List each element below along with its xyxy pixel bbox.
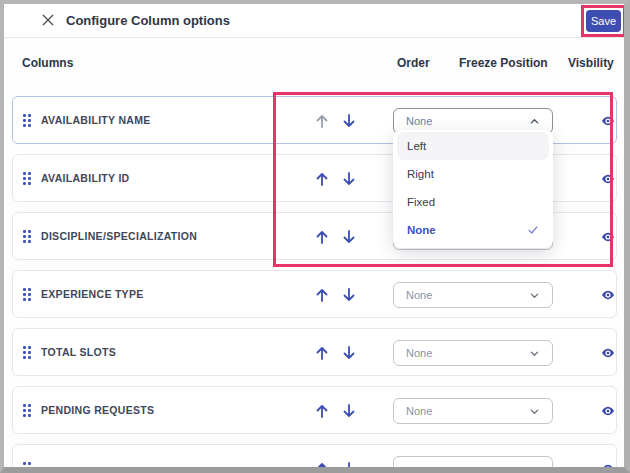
- dropdown-option[interactable]: Left: [397, 132, 549, 160]
- drag-handle-icon[interactable]: [23, 288, 31, 301]
- save-button[interactable]: Save: [586, 10, 621, 32]
- freeze-position-value: None: [406, 289, 432, 301]
- header-order: Order: [397, 56, 430, 70]
- dropdown-option[interactable]: Fixed: [397, 188, 549, 216]
- move-up-button[interactable]: [314, 403, 330, 419]
- header-columns: Columns: [22, 56, 73, 70]
- visibility-eye-icon[interactable]: [601, 404, 615, 418]
- move-down-button[interactable]: [341, 403, 357, 419]
- column-label: EXPERIENCE TYPE: [41, 271, 144, 317]
- drag-handle-icon[interactable]: [23, 114, 31, 127]
- freeze-position-dropdown: Left Right Fixed None: [393, 130, 553, 248]
- column-label: AVAILABILITY NAME: [41, 97, 151, 143]
- move-down-button[interactable]: [341, 345, 357, 361]
- drag-handle-icon[interactable]: [23, 346, 31, 359]
- visibility-eye-icon[interactable]: [601, 172, 615, 186]
- move-up-button[interactable]: [314, 171, 330, 187]
- visibility-eye-icon[interactable]: [601, 462, 615, 473]
- column-row: TOTAL SLOTS None: [12, 328, 617, 376]
- move-down-button[interactable]: [341, 113, 357, 129]
- visibility-eye-icon[interactable]: [601, 230, 615, 244]
- column-label: PENDING REQUESTS: [41, 387, 154, 433]
- dropdown-option-label: Right: [407, 168, 434, 180]
- move-up-button[interactable]: [314, 229, 330, 245]
- column-label: DISCIPLINE/SPECIALIZATION: [41, 213, 197, 259]
- dialog-title: Configure Column options: [66, 13, 230, 28]
- column-row: [12, 444, 617, 473]
- close-icon[interactable]: [40, 12, 56, 28]
- column-label: TOTAL SLOTS: [41, 329, 116, 375]
- dropdown-option[interactable]: Right: [397, 160, 549, 188]
- freeze-position-select[interactable]: [393, 456, 553, 473]
- drag-handle-icon[interactable]: [23, 230, 31, 243]
- freeze-position-value: None: [406, 347, 432, 359]
- dropdown-option-label: None: [407, 224, 436, 236]
- dialog-header: Configure Column options Save: [4, 4, 624, 38]
- freeze-position-value: None: [406, 115, 432, 127]
- drag-handle-icon[interactable]: [23, 172, 31, 185]
- visibility-eye-icon[interactable]: [601, 114, 615, 128]
- move-down-button[interactable]: [341, 171, 357, 187]
- column-label: AVAILABILITY ID: [41, 155, 130, 201]
- freeze-position-value: None: [406, 405, 432, 417]
- configure-columns-dialog: Configure Column options Save Columns Or…: [4, 4, 624, 467]
- screenshot-frame: Configure Column options Save Columns Or…: [0, 0, 630, 473]
- column-row: EXPERIENCE TYPE None: [12, 270, 617, 318]
- dropdown-option-label: Fixed: [407, 196, 435, 208]
- move-up-button[interactable]: [314, 345, 330, 361]
- column-row: PENDING REQUESTS None: [12, 386, 617, 434]
- move-up-button[interactable]: [314, 461, 330, 473]
- drag-handle-icon[interactable]: [23, 462, 31, 473]
- visibility-eye-icon[interactable]: [601, 288, 615, 302]
- move-down-button[interactable]: [341, 229, 357, 245]
- dropdown-option[interactable]: None: [397, 216, 549, 244]
- move-down-button[interactable]: [341, 461, 357, 473]
- move-up-button[interactable]: [314, 113, 330, 129]
- move-down-button[interactable]: [341, 287, 357, 303]
- drag-handle-icon[interactable]: [23, 404, 31, 417]
- dropdown-option-label: Left: [407, 140, 426, 152]
- header-visibility: Visbility: [568, 56, 614, 70]
- freeze-position-select[interactable]: None: [393, 340, 553, 366]
- header-freeze-position: Freeze Position: [459, 56, 548, 70]
- visibility-eye-icon[interactable]: [601, 346, 615, 360]
- freeze-position-select[interactable]: None: [393, 398, 553, 424]
- freeze-position-select[interactable]: None: [393, 282, 553, 308]
- table-header-row: Columns Order Freeze Position Visbility: [4, 50, 624, 76]
- move-up-button[interactable]: [314, 287, 330, 303]
